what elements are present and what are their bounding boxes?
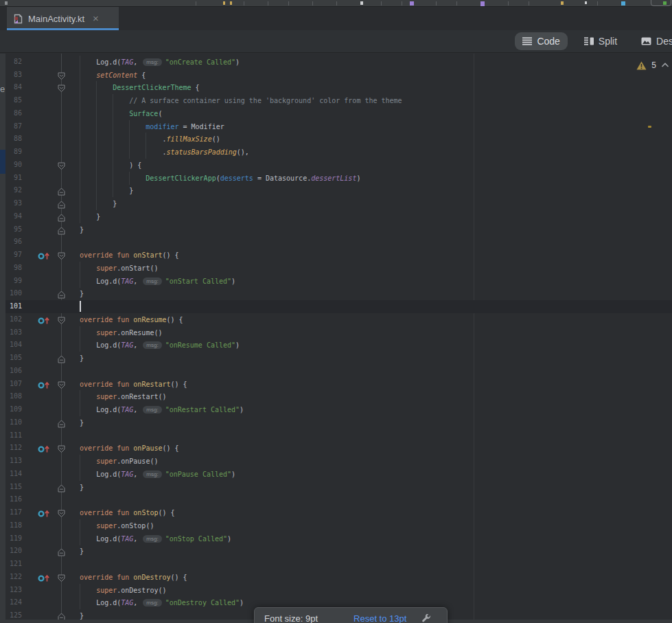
line-number[interactable]: 111 <box>5 431 22 439</box>
line-number[interactable]: 97 <box>5 251 22 258</box>
line-number[interactable]: 98 <box>5 264 22 271</box>
line-number[interactable]: 112 <box>5 444 22 451</box>
code-line[interactable]: 114Log.d(TAG, msg:"onPause Called") <box>0 468 672 481</box>
line-number[interactable]: 118 <box>5 521 22 529</box>
code-line[interactable]: 86Surface( <box>0 107 672 120</box>
line-number[interactable]: 116 <box>5 495 22 503</box>
code-line[interactable]: 103super.onResume() <box>0 326 672 339</box>
line-number[interactable]: 105 <box>5 354 22 361</box>
code-line[interactable]: 93} <box>0 197 672 210</box>
code-line[interactable]: 110} <box>0 416 672 429</box>
code-line[interactable]: 91DessertClickerApp(desserts = Datasourc… <box>0 172 672 185</box>
code-line[interactable]: 84DessertClickerTheme { <box>0 81 672 94</box>
line-number[interactable]: 109 <box>5 405 22 413</box>
code-line[interactable]: 98super.onStart() <box>0 262 672 275</box>
line-number[interactable]: 103 <box>5 328 22 336</box>
split-view-button[interactable]: Split <box>577 32 625 50</box>
line-number[interactable]: 104 <box>5 341 22 348</box>
inspections-widget[interactable]: 5 <box>636 60 669 70</box>
code-editor[interactable]: e 82Log.d(TAG, msg:"onCreate Called")83s… <box>0 54 672 623</box>
code-line[interactable]: 105} <box>0 352 672 365</box>
caret-row-highlight <box>5 300 672 313</box>
line-number[interactable]: 120 <box>5 547 22 554</box>
code-line[interactable]: 121 <box>0 558 672 571</box>
line-number[interactable]: 87 <box>5 122 22 130</box>
code-line[interactable]: 115} <box>0 481 672 494</box>
code-line[interactable]: 120} <box>0 545 672 558</box>
code-line[interactable]: 122override fun onDestroy() { <box>0 571 672 584</box>
line-number[interactable]: 101 <box>5 302 22 310</box>
chevron-up-icon[interactable] <box>661 63 669 68</box>
code-line[interactable]: 89.statusBarsPadding(), <box>0 146 672 159</box>
tab-mainactivity[interactable]: MainActivity.kt × <box>7 7 119 30</box>
line-number[interactable]: 113 <box>5 457 22 464</box>
code-line[interactable]: 95} <box>0 223 672 236</box>
code-token: ) <box>240 406 244 414</box>
code-line[interactable]: 116 <box>0 493 672 506</box>
indent-guide <box>129 120 130 133</box>
code-line[interactable]: 96 <box>0 236 672 249</box>
line-number[interactable]: 83 <box>5 71 22 78</box>
design-view-button[interactable]: Des <box>634 32 672 50</box>
error-stripe-warning-mark[interactable] <box>648 126 651 128</box>
line-number[interactable]: 100 <box>5 289 22 297</box>
line-number[interactable]: 91 <box>5 174 22 181</box>
code-line[interactable]: 108super.onRestart() <box>0 390 672 403</box>
line-number[interactable]: 82 <box>5 58 22 65</box>
line-number[interactable]: 124 <box>5 598 22 606</box>
code-line[interactable]: 92} <box>0 184 672 197</box>
reset-font-size-link[interactable]: Reset to 13pt <box>354 613 406 623</box>
code-line[interactable]: 97override fun onStart() { <box>0 249 672 262</box>
line-number[interactable]: 125 <box>5 611 22 619</box>
code-line[interactable]: 118super.onStop() <box>0 519 672 532</box>
code-line[interactable]: 106 <box>0 365 672 378</box>
code-line[interactable]: 117override fun onStop() { <box>0 506 672 519</box>
code-line[interactable]: 90) { <box>0 159 672 172</box>
line-number[interactable]: 84 <box>5 83 22 91</box>
line-number[interactable]: 99 <box>5 277 22 284</box>
code-line[interactable]: 119Log.d(TAG, msg:"onStop Called") <box>0 532 672 545</box>
wrench-settings-icon[interactable] <box>421 614 431 623</box>
line-number[interactable]: 93 <box>5 199 22 207</box>
line-number[interactable]: 106 <box>5 367 22 374</box>
line-number[interactable]: 110 <box>5 418 22 426</box>
line-number[interactable]: 88 <box>5 135 22 142</box>
tab-close-icon[interactable]: × <box>93 14 99 23</box>
line-number[interactable]: 86 <box>5 109 22 117</box>
line-number[interactable]: 107 <box>5 380 22 387</box>
line-number[interactable]: 94 <box>5 212 22 220</box>
line-number[interactable]: 95 <box>5 225 22 233</box>
code-line[interactable]: 87modifier = Modifier <box>0 120 672 133</box>
line-number[interactable]: 119 <box>5 534 22 542</box>
code-line[interactable]: 83setContent { <box>0 69 672 82</box>
line-number[interactable]: 114 <box>5 470 22 477</box>
line-number[interactable]: 102 <box>5 315 22 323</box>
line-number[interactable]: 123 <box>5 586 22 593</box>
line-number[interactable]: 89 <box>5 148 22 155</box>
code-line[interactable]: 107override fun onRestart() { <box>0 378 672 391</box>
code-view-button[interactable]: Code <box>515 32 567 50</box>
code-line[interactable]: 99Log.d(TAG, msg:"onStart Called") <box>0 275 672 288</box>
line-number[interactable]: 122 <box>5 573 22 580</box>
code-line[interactable]: 109Log.d(TAG, msg:"onRestart Called") <box>0 403 672 416</box>
code-line[interactable]: 104Log.d(TAG, msg:"onResume Called") <box>0 339 672 352</box>
code-line[interactable]: 85// A surface container using the 'back… <box>0 94 672 107</box>
code-line[interactable]: 100} <box>0 287 672 300</box>
code-line[interactable]: 123super.onDestroy() <box>0 584 672 597</box>
code-line[interactable]: 102override fun onResume() { <box>0 313 672 326</box>
line-number[interactable]: 121 <box>5 560 22 567</box>
line-number[interactable]: 96 <box>5 238 22 245</box>
code-line[interactable]: 112override fun onPause() { <box>0 442 672 455</box>
line-number[interactable]: 115 <box>5 483 22 490</box>
line-number[interactable]: 117 <box>5 508 22 516</box>
line-number[interactable]: 90 <box>5 161 22 168</box>
code-line[interactable]: 113super.onPause() <box>0 455 672 468</box>
line-number[interactable]: 85 <box>5 96 22 104</box>
code-line[interactable]: 111 <box>0 429 672 442</box>
line-number[interactable]: 92 <box>5 186 22 194</box>
code-line[interactable]: 94} <box>0 210 672 223</box>
code-line[interactable]: 101 <box>0 300 672 313</box>
line-number[interactable]: 108 <box>5 392 22 400</box>
code-line[interactable]: 88.fillMaxSize() <box>0 133 672 146</box>
code-line[interactable]: 82Log.d(TAG, msg:"onCreate Called") <box>0 56 672 69</box>
